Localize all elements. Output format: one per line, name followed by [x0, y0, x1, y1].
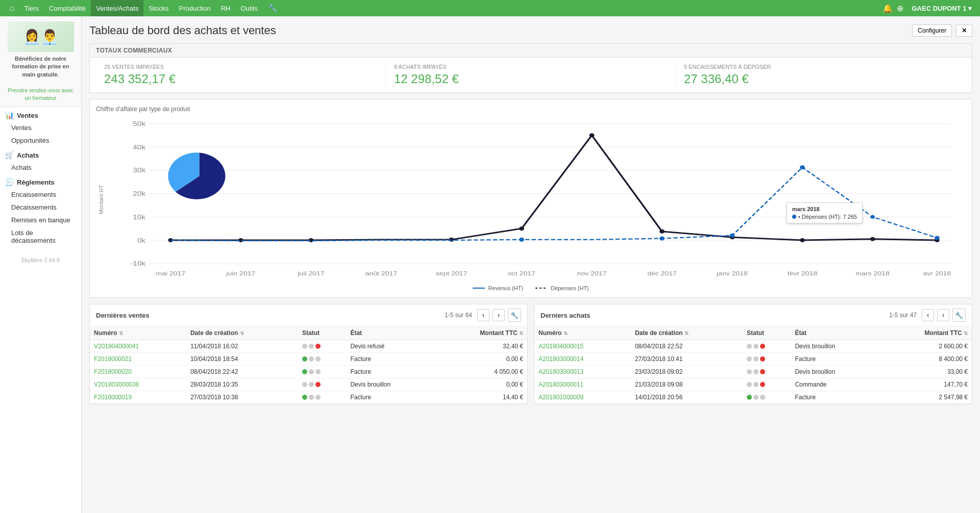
status-dot — [760, 382, 765, 387]
svg-text:févr 2018: févr 2018 — [788, 270, 817, 276]
cell-etat: Devis brouillon — [791, 340, 878, 353]
achats-table-header: Derniers achats 1-5 sur 47 ‹ › 🔧 — [534, 304, 972, 326]
status-dot — [747, 382, 752, 387]
chart-y-label: Montant HT — [96, 118, 106, 281]
status-dot — [753, 369, 758, 374]
home-nav-item[interactable]: ⌂ — [4, 0, 19, 16]
ventes-next-button[interactable]: › — [493, 309, 505, 321]
sidebar-item-encaissements[interactable]: Encaissements — [0, 188, 81, 201]
svg-point-42 — [935, 236, 940, 240]
cell-numero[interactable]: A201803000014 — [534, 353, 631, 366]
cell-numero[interactable]: A201803000013 — [534, 366, 631, 378]
svg-text:40k: 40k — [133, 143, 146, 150]
sidebar: 👩‍💼👨‍💼 Bénéficiez de notre formation de … — [0, 16, 82, 513]
nav-outils[interactable]: Outils — [235, 0, 262, 16]
sidebar-item-achats[interactable]: Achats — [0, 161, 81, 174]
sidebar-item-remises[interactable]: Remises en banque — [0, 214, 81, 226]
status-dot — [760, 344, 765, 349]
sidebar-item-ventes[interactable]: Ventes — [0, 121, 81, 134]
achats-prev-button[interactable]: ‹ — [922, 309, 934, 321]
achats-col-numero[interactable]: Numéro ⇅ — [534, 326, 631, 340]
numero-link[interactable]: A201801000009 — [538, 394, 583, 401]
sidebar-item-decaissements[interactable]: Décaissements — [0, 201, 81, 214]
numero-link[interactable]: F2018000019 — [94, 394, 132, 401]
status-dot — [302, 382, 307, 387]
cell-numero[interactable]: A201801000009 — [534, 391, 631, 404]
sidebar-item-lots[interactable]: Lots de décaissements — [0, 226, 81, 247]
sidebar-item-opportunites[interactable]: Opportunités — [0, 134, 81, 147]
cell-statut — [743, 366, 791, 378]
nav-comptabilite[interactable]: Comptabilité — [44, 0, 91, 16]
numero-link[interactable]: A201803000014 — [538, 355, 583, 363]
table-row: A201801000009 14/01/2018 20:56 Facture 2… — [534, 391, 972, 404]
nav-ventes-achats[interactable]: Ventes/Achats — [91, 0, 143, 16]
achats-next-button[interactable]: › — [937, 309, 949, 321]
close-button[interactable]: ✕ — [956, 24, 972, 37]
status-dot — [747, 395, 752, 400]
status-dot — [302, 344, 307, 349]
chart-icon: 📊 — [5, 111, 14, 119]
cell-numero[interactable]: A201803000011 — [534, 378, 631, 391]
cell-numero[interactable]: V201804000041 — [90, 340, 186, 353]
ventes-col-numero[interactable]: Numéro ⇅ — [90, 326, 186, 340]
cell-montant: 14,40 € — [434, 391, 527, 404]
configure-button[interactable]: Configurer — [912, 24, 952, 37]
chart-section: Chiffre d'affaire par type de produit Mo… — [89, 99, 972, 298]
promo-box: 👩‍💼👨‍💼 Bénéficiez de notre formation de … — [0, 16, 81, 107]
cell-montant: 0,00 € — [434, 378, 527, 391]
nav-wrench[interactable]: 🔧 — [263, 0, 283, 16]
cell-numero[interactable]: F2018000021 — [90, 353, 186, 366]
cell-numero[interactable]: A201804000015 — [534, 340, 631, 353]
sidebar-section-reglements: 🧾 Règlements — [0, 174, 81, 188]
nav-rh[interactable]: RH — [216, 0, 236, 16]
totaux-grid: 25 VENTES IMPAYÉES 243 352,17 € 8 ACHATS… — [90, 58, 972, 92]
achats-col-date[interactable]: Date de création ⇅ — [631, 326, 743, 340]
numero-link[interactable]: V201804000041 — [94, 343, 139, 350]
cell-date: 28/03/2018 10:35 — [186, 378, 298, 391]
ventes-prev-button[interactable]: ‹ — [477, 309, 489, 321]
achats-col-montant[interactable]: Montant TTC ⇅ — [878, 326, 972, 340]
cell-numero[interactable]: F2018000019 — [90, 391, 186, 404]
totaux-achats[interactable]: 8 ACHATS IMPAYÉS 12 298,52 € — [386, 64, 676, 86]
cell-etat: Facture — [346, 391, 434, 404]
main-content: Tableau de bord des achats et ventes Con… — [82, 16, 980, 513]
cart-icon: 🛒 — [5, 151, 14, 159]
svg-text:avr 2018: avr 2018 — [923, 270, 951, 276]
ventes-col-montant[interactable]: Montant TTC ⇅ — [434, 326, 527, 340]
cell-etat: Devis brouillon — [346, 378, 434, 391]
receipt-icon: 🧾 — [5, 178, 14, 186]
status-dot — [760, 369, 765, 374]
numero-link[interactable]: V201803000038 — [94, 381, 139, 388]
numero-link[interactable]: A201804000015 — [538, 343, 583, 350]
chart-svg-area: 50k 40k 30k 20k 10k 0k -10k mai 2017 jui… — [106, 118, 966, 281]
cell-numero[interactable]: F2018000020 — [90, 366, 186, 378]
totaux-encaissements[interactable]: 5 ENCAISSEMENTS À DÉPOSER 27 336,40 € — [676, 64, 966, 86]
numero-link[interactable]: A201803000011 — [538, 381, 583, 388]
ventes-col-date[interactable]: Date de création ⇅ — [186, 326, 298, 340]
achats-table-section: Derniers achats 1-5 sur 47 ‹ › 🔧 Numéro … — [534, 304, 972, 404]
svg-text:-10k: -10k — [130, 260, 146, 267]
cell-statut — [743, 353, 791, 366]
totaux-encaissements-label: 5 ENCAISSEMENTS À DÉPOSER — [684, 64, 958, 70]
chart-svg: 50k 40k 30k 20k 10k 0k -10k mai 2017 jui… — [106, 118, 966, 281]
ventes-settings-button[interactable]: 🔧 — [508, 309, 521, 322]
notification-bell-icon[interactable]: 🔔 — [883, 4, 893, 13]
nav-tiers[interactable]: Tiers — [19, 0, 44, 16]
chart-legend: Revenus (HT) Dépenses (HT) — [96, 285, 966, 291]
numero-link[interactable]: F2018000021 — [94, 355, 132, 363]
numero-link[interactable]: F2018000020 — [94, 368, 132, 375]
promo-link[interactable]: Prendre rendez-vous avec un formateur — [8, 87, 74, 101]
cell-numero[interactable]: V201803000038 — [90, 378, 186, 391]
nav-stocks[interactable]: Stocks — [143, 0, 174, 16]
user-circle-icon[interactable]: ⊕ — [897, 4, 903, 13]
page-header: Tableau de bord des achats et ventes Con… — [89, 24, 972, 37]
numero-link[interactable]: A201803000013 — [538, 368, 583, 375]
nav-production[interactable]: Production — [174, 0, 215, 16]
ventes-table-title: Dernières ventes — [96, 312, 150, 319]
svg-text:20k: 20k — [133, 190, 146, 197]
achats-settings-button[interactable]: 🔧 — [952, 309, 966, 322]
totaux-ventes[interactable]: 25 VENTES IMPAYÉES 243 352,17 € — [96, 64, 386, 86]
legend-revenus-line — [473, 288, 485, 289]
svg-point-41 — [870, 215, 875, 219]
user-label[interactable]: GAEC DUPONT 1 ▾ — [908, 5, 976, 12]
